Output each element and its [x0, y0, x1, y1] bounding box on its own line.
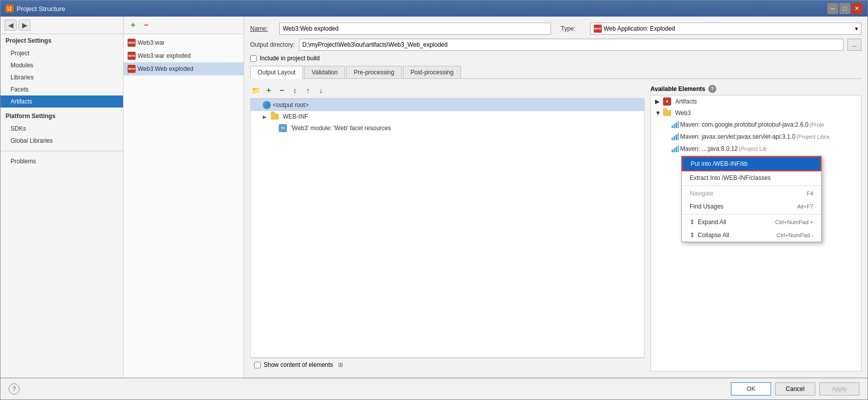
nav-back-button[interactable]: ◀ [5, 20, 17, 31]
available-help-icon[interactable]: ? [708, 85, 716, 93]
artifacts-icon: A [663, 97, 671, 106]
sidebar-item-sdks[interactable]: SDKs [1, 123, 123, 135]
svg-rect-10 [676, 147, 677, 152]
ctx-separator-2 [682, 214, 821, 215]
close-button[interactable]: ✕ [851, 3, 862, 14]
footer-buttons: OK Cancel Apply [731, 382, 859, 395]
footer: ? OK Cancel Apply [1, 377, 867, 399]
dialog-title: Project Structure [17, 5, 65, 13]
expand-arrow: ▶ [263, 114, 269, 120]
show-content-icon: ⊞ [338, 361, 343, 368]
svg-rect-4 [672, 138, 673, 140]
tree-item-output-root[interactable]: <output root> [251, 99, 644, 111]
folder-icon [271, 114, 279, 120]
maven2-suffix: (Project Libra [796, 134, 829, 140]
svg-rect-11 [678, 145, 679, 152]
title-bar: IJ Project Structure ─ □ ✕ [1, 1, 867, 17]
context-menu: Put into /WEB-INF/lib Extract Into /WEB-… [681, 156, 822, 242]
sidebar-item-project[interactable]: Project [1, 47, 123, 59]
sidebar-item-artifacts[interactable]: Artifacts [1, 95, 123, 108]
layout-sort-btn[interactable]: ↕ [289, 85, 300, 96]
layout-remove-btn[interactable]: − [276, 85, 287, 96]
sidebar-item-problems[interactable]: Problems [1, 155, 123, 167]
output-root-icon [263, 101, 271, 109]
layout-left: 📁 + − ↕ ↑ ↓ <out [250, 83, 644, 371]
artifact-item-web3-war-exploded[interactable]: WAR Web3:war exploded [124, 49, 244, 62]
layout-folder-btn[interactable]: 📁 [250, 85, 261, 96]
show-content-label: Show content of elements [264, 361, 333, 368]
maven3-suffix: (Project Lib [739, 146, 767, 152]
tab-post-processing[interactable]: Post-processing [403, 66, 461, 78]
layout-add-btn[interactable]: + [263, 85, 274, 96]
maximize-button[interactable]: □ [839, 3, 850, 14]
avail-item-maven1[interactable]: Maven: com.google.protobuf:protobuf-java… [651, 119, 861, 131]
avail-item-artifacts[interactable]: ▶ A Artifacts [651, 95, 861, 108]
title-buttons: ─ □ ✕ [827, 3, 862, 14]
maven2-icon [671, 133, 679, 141]
sidebar-item-facets[interactable]: Facets [1, 83, 123, 95]
help-button[interactable]: ? [9, 383, 20, 394]
ctx-extract-into[interactable]: Extract Into /WEB-INF/classes [682, 171, 821, 184]
svg-rect-1 [674, 124, 675, 128]
maven-icon [671, 121, 679, 129]
app-icon: IJ [6, 5, 14, 13]
nav-forward-button[interactable]: ▶ [19, 20, 31, 31]
project-structure-dialog: IJ Project Structure ─ □ ✕ ◀ ▶ Project S… [0, 0, 868, 400]
main-panel: + − WAR Web3:war WAR Web3:war exploded [124, 17, 867, 377]
name-input[interactable] [279, 23, 551, 35]
add-artifact-button[interactable]: + [128, 20, 139, 31]
ctx-expand-all[interactable]: ⇕ Expand All Ctrl+NumPad + [682, 216, 821, 229]
layout-toolbar: 📁 + − ↕ ↑ ↓ [250, 83, 644, 98]
output-dir-label: Output directory: [250, 41, 295, 48]
tree-item-web3-module[interactable]: W 'Web3' module: 'Web' facet resources [251, 122, 644, 134]
title-bar-left: IJ Project Structure [6, 5, 65, 13]
maven3-icon [671, 145, 679, 153]
avail-item-maven3[interactable]: Maven: ...:java:8.0.12 (Project Lib [651, 143, 861, 155]
sidebar-item-libraries[interactable]: Libraries [1, 71, 123, 83]
collapse-all-icon: ⇕ [690, 232, 695, 239]
svg-rect-8 [672, 150, 673, 152]
type-label: Type: [561, 25, 586, 32]
available-tree: ▶ A Artifacts ▼ Web3 [650, 95, 861, 371]
browse-button[interactable]: ... [847, 39, 861, 51]
content-area: ◀ ▶ Project Settings Project Modules Lib… [1, 17, 867, 377]
web-exploded-icon: WAR [128, 65, 136, 73]
tree-item-web-inf[interactable]: ▶ WEB-INF [251, 111, 644, 122]
artifact-item-web3-war[interactable]: WAR Web3:war [124, 36, 244, 49]
svg-rect-5 [674, 136, 675, 140]
ctx-collapse-all[interactable]: ⇕ Collapse All Ctrl+NumPad - [682, 229, 821, 242]
svg-rect-2 [676, 123, 677, 128]
bottom-area: Show content of elements ⊞ [250, 358, 644, 371]
minimize-button[interactable]: ─ [827, 3, 838, 14]
layout-right: Available Elements ? ▶ A Artifacts [650, 83, 861, 371]
tab-pre-processing[interactable]: Pre-processing [346, 66, 402, 78]
type-dropdown-icon: WAR [594, 25, 602, 33]
artifact-toolbar: + − [124, 17, 244, 34]
project-settings-header: Project Settings [1, 34, 123, 47]
svg-rect-6 [676, 135, 677, 140]
cancel-button[interactable]: Cancel [775, 382, 815, 395]
sidebar-item-modules[interactable]: Modules [1, 59, 123, 71]
svg-rect-0 [672, 126, 673, 128]
ok-button[interactable]: OK [731, 382, 771, 395]
output-dir-input[interactable] [299, 39, 843, 51]
avail-item-web3[interactable]: ▼ Web3 [651, 108, 861, 119]
sidebar-item-global-libraries[interactable]: Global Libraries [1, 135, 123, 147]
include-build-checkbox[interactable] [250, 55, 257, 62]
type-dropdown[interactable]: WAR Web Application: Exploded ▾ [590, 23, 862, 35]
artifact-item-web3-web-exploded[interactable]: WAR Web3:Web exploded [124, 62, 244, 75]
layout-up-btn[interactable]: ↑ [302, 85, 313, 96]
tab-output-layout[interactable]: Output Layout [250, 66, 303, 79]
remove-artifact-button[interactable]: − [141, 20, 152, 31]
show-content-checkbox[interactable] [254, 362, 261, 368]
svg-rect-7 [678, 133, 679, 140]
dropdown-arrow: ▾ [855, 25, 858, 32]
layout-down-btn[interactable]: ↓ [315, 85, 327, 96]
expand-all-icon: ⇕ [690, 219, 695, 226]
ctx-find-usages[interactable]: Find Usages Alt+F7 [682, 200, 821, 213]
tab-validation[interactable]: Validation [304, 66, 345, 78]
maven1-suffix: (Proje [810, 122, 824, 128]
ctx-put-into-lib[interactable]: Put into /WEB-INF/lib [682, 156, 821, 171]
avail-item-maven2[interactable]: Maven: javax.servlet:javax.servlet-api:3… [651, 131, 861, 143]
apply-button[interactable]: Apply [819, 382, 859, 395]
